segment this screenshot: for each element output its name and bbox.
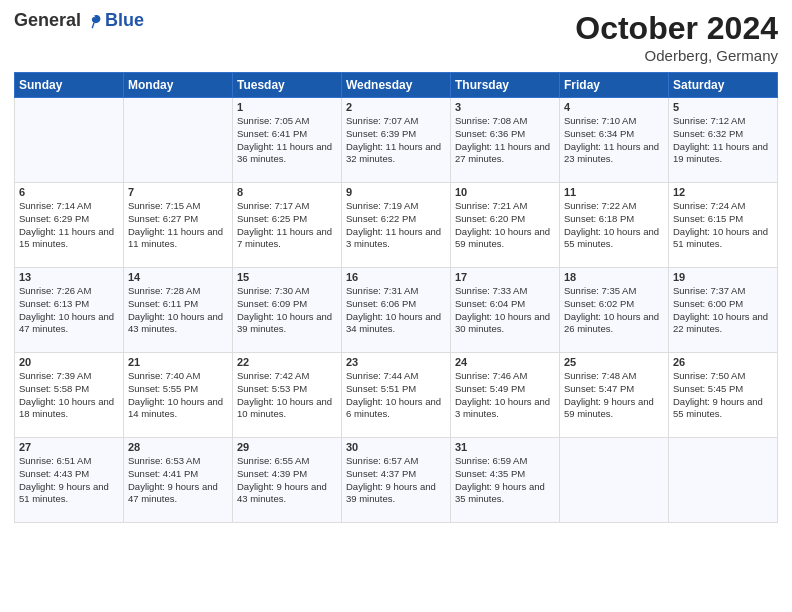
calendar-cell bbox=[124, 98, 233, 183]
day-detail: Sunrise: 7:40 AM Sunset: 5:55 PM Dayligh… bbox=[128, 370, 228, 421]
day-number: 11 bbox=[564, 186, 664, 198]
day-detail: Sunrise: 7:12 AM Sunset: 6:32 PM Dayligh… bbox=[673, 115, 773, 166]
day-detail: Sunrise: 7:31 AM Sunset: 6:06 PM Dayligh… bbox=[346, 285, 446, 336]
day-detail: Sunrise: 7:50 AM Sunset: 5:45 PM Dayligh… bbox=[673, 370, 773, 421]
day-detail: Sunrise: 7:28 AM Sunset: 6:11 PM Dayligh… bbox=[128, 285, 228, 336]
calendar-week-2: 6Sunrise: 7:14 AM Sunset: 6:29 PM Daylig… bbox=[15, 183, 778, 268]
day-detail: Sunrise: 6:59 AM Sunset: 4:35 PM Dayligh… bbox=[455, 455, 555, 506]
calendar-cell: 5Sunrise: 7:12 AM Sunset: 6:32 PM Daylig… bbox=[669, 98, 778, 183]
calendar-week-1: 1Sunrise: 7:05 AM Sunset: 6:41 PM Daylig… bbox=[15, 98, 778, 183]
calendar-cell: 28Sunrise: 6:53 AM Sunset: 4:41 PM Dayli… bbox=[124, 438, 233, 523]
day-detail: Sunrise: 6:57 AM Sunset: 4:37 PM Dayligh… bbox=[346, 455, 446, 506]
col-thursday: Thursday bbox=[451, 73, 560, 98]
day-number: 16 bbox=[346, 271, 446, 283]
day-detail: Sunrise: 7:10 AM Sunset: 6:34 PM Dayligh… bbox=[564, 115, 664, 166]
day-detail: Sunrise: 7:17 AM Sunset: 6:25 PM Dayligh… bbox=[237, 200, 337, 251]
day-detail: Sunrise: 7:07 AM Sunset: 6:39 PM Dayligh… bbox=[346, 115, 446, 166]
calendar-table: Sunday Monday Tuesday Wednesday Thursday… bbox=[14, 72, 778, 523]
day-detail: Sunrise: 6:51 AM Sunset: 4:43 PM Dayligh… bbox=[19, 455, 119, 506]
title-block: October 2024 Oderberg, Germany bbox=[575, 10, 778, 64]
day-number: 9 bbox=[346, 186, 446, 198]
day-detail: Sunrise: 7:39 AM Sunset: 5:58 PM Dayligh… bbox=[19, 370, 119, 421]
calendar-cell: 31Sunrise: 6:59 AM Sunset: 4:35 PM Dayli… bbox=[451, 438, 560, 523]
calendar-week-3: 13Sunrise: 7:26 AM Sunset: 6:13 PM Dayli… bbox=[15, 268, 778, 353]
logo: General Blue bbox=[14, 10, 144, 31]
day-number: 10 bbox=[455, 186, 555, 198]
page-header: General Blue October 2024 Oderberg, Germ… bbox=[14, 10, 778, 64]
day-number: 12 bbox=[673, 186, 773, 198]
day-number: 26 bbox=[673, 356, 773, 368]
day-number: 6 bbox=[19, 186, 119, 198]
calendar-week-4: 20Sunrise: 7:39 AM Sunset: 5:58 PM Dayli… bbox=[15, 353, 778, 438]
calendar-cell: 15Sunrise: 7:30 AM Sunset: 6:09 PM Dayli… bbox=[233, 268, 342, 353]
calendar-cell: 16Sunrise: 7:31 AM Sunset: 6:06 PM Dayli… bbox=[342, 268, 451, 353]
logo-general-text: General bbox=[14, 10, 81, 31]
calendar-cell: 11Sunrise: 7:22 AM Sunset: 6:18 PM Dayli… bbox=[560, 183, 669, 268]
day-number: 17 bbox=[455, 271, 555, 283]
day-number: 4 bbox=[564, 101, 664, 113]
day-number: 29 bbox=[237, 441, 337, 453]
calendar-cell: 7Sunrise: 7:15 AM Sunset: 6:27 PM Daylig… bbox=[124, 183, 233, 268]
day-detail: Sunrise: 7:19 AM Sunset: 6:22 PM Dayligh… bbox=[346, 200, 446, 251]
location-text: Oderberg, Germany bbox=[575, 47, 778, 64]
day-number: 18 bbox=[564, 271, 664, 283]
calendar-cell: 23Sunrise: 7:44 AM Sunset: 5:51 PM Dayli… bbox=[342, 353, 451, 438]
calendar-cell bbox=[560, 438, 669, 523]
day-number: 8 bbox=[237, 186, 337, 198]
calendar-cell: 29Sunrise: 6:55 AM Sunset: 4:39 PM Dayli… bbox=[233, 438, 342, 523]
day-number: 5 bbox=[673, 101, 773, 113]
day-detail: Sunrise: 7:35 AM Sunset: 6:02 PM Dayligh… bbox=[564, 285, 664, 336]
page-container: General Blue October 2024 Oderberg, Germ… bbox=[0, 0, 792, 533]
day-detail: Sunrise: 7:44 AM Sunset: 5:51 PM Dayligh… bbox=[346, 370, 446, 421]
calendar-cell bbox=[669, 438, 778, 523]
logo-bird-icon bbox=[85, 12, 103, 30]
day-number: 27 bbox=[19, 441, 119, 453]
logo-blue-text: Blue bbox=[105, 10, 144, 31]
calendar-cell: 6Sunrise: 7:14 AM Sunset: 6:29 PM Daylig… bbox=[15, 183, 124, 268]
day-detail: Sunrise: 7:24 AM Sunset: 6:15 PM Dayligh… bbox=[673, 200, 773, 251]
calendar-cell: 17Sunrise: 7:33 AM Sunset: 6:04 PM Dayli… bbox=[451, 268, 560, 353]
day-number: 2 bbox=[346, 101, 446, 113]
day-detail: Sunrise: 7:48 AM Sunset: 5:47 PM Dayligh… bbox=[564, 370, 664, 421]
col-sunday: Sunday bbox=[15, 73, 124, 98]
day-detail: Sunrise: 7:46 AM Sunset: 5:49 PM Dayligh… bbox=[455, 370, 555, 421]
day-detail: Sunrise: 7:37 AM Sunset: 6:00 PM Dayligh… bbox=[673, 285, 773, 336]
day-number: 15 bbox=[237, 271, 337, 283]
day-detail: Sunrise: 7:05 AM Sunset: 6:41 PM Dayligh… bbox=[237, 115, 337, 166]
calendar-cell: 18Sunrise: 7:35 AM Sunset: 6:02 PM Dayli… bbox=[560, 268, 669, 353]
month-title: October 2024 bbox=[575, 10, 778, 47]
calendar-cell: 27Sunrise: 6:51 AM Sunset: 4:43 PM Dayli… bbox=[15, 438, 124, 523]
day-number: 1 bbox=[237, 101, 337, 113]
calendar-cell bbox=[15, 98, 124, 183]
col-saturday: Saturday bbox=[669, 73, 778, 98]
day-number: 7 bbox=[128, 186, 228, 198]
day-number: 14 bbox=[128, 271, 228, 283]
calendar-cell: 14Sunrise: 7:28 AM Sunset: 6:11 PM Dayli… bbox=[124, 268, 233, 353]
day-detail: Sunrise: 6:55 AM Sunset: 4:39 PM Dayligh… bbox=[237, 455, 337, 506]
calendar-cell: 2Sunrise: 7:07 AM Sunset: 6:39 PM Daylig… bbox=[342, 98, 451, 183]
calendar-cell: 21Sunrise: 7:40 AM Sunset: 5:55 PM Dayli… bbox=[124, 353, 233, 438]
day-number: 25 bbox=[564, 356, 664, 368]
calendar-cell: 3Sunrise: 7:08 AM Sunset: 6:36 PM Daylig… bbox=[451, 98, 560, 183]
day-detail: Sunrise: 7:14 AM Sunset: 6:29 PM Dayligh… bbox=[19, 200, 119, 251]
col-wednesday: Wednesday bbox=[342, 73, 451, 98]
day-number: 20 bbox=[19, 356, 119, 368]
calendar-cell: 4Sunrise: 7:10 AM Sunset: 6:34 PM Daylig… bbox=[560, 98, 669, 183]
day-number: 19 bbox=[673, 271, 773, 283]
col-monday: Monday bbox=[124, 73, 233, 98]
day-detail: Sunrise: 7:42 AM Sunset: 5:53 PM Dayligh… bbox=[237, 370, 337, 421]
calendar-cell: 19Sunrise: 7:37 AM Sunset: 6:00 PM Dayli… bbox=[669, 268, 778, 353]
calendar-header-row: Sunday Monday Tuesday Wednesday Thursday… bbox=[15, 73, 778, 98]
day-number: 13 bbox=[19, 271, 119, 283]
calendar-cell: 12Sunrise: 7:24 AM Sunset: 6:15 PM Dayli… bbox=[669, 183, 778, 268]
calendar-cell: 8Sunrise: 7:17 AM Sunset: 6:25 PM Daylig… bbox=[233, 183, 342, 268]
calendar-cell: 26Sunrise: 7:50 AM Sunset: 5:45 PM Dayli… bbox=[669, 353, 778, 438]
calendar-week-5: 27Sunrise: 6:51 AM Sunset: 4:43 PM Dayli… bbox=[15, 438, 778, 523]
day-detail: Sunrise: 7:08 AM Sunset: 6:36 PM Dayligh… bbox=[455, 115, 555, 166]
day-number: 30 bbox=[346, 441, 446, 453]
calendar-cell: 20Sunrise: 7:39 AM Sunset: 5:58 PM Dayli… bbox=[15, 353, 124, 438]
day-detail: Sunrise: 7:15 AM Sunset: 6:27 PM Dayligh… bbox=[128, 200, 228, 251]
calendar-cell: 13Sunrise: 7:26 AM Sunset: 6:13 PM Dayli… bbox=[15, 268, 124, 353]
day-number: 23 bbox=[346, 356, 446, 368]
calendar-cell: 9Sunrise: 7:19 AM Sunset: 6:22 PM Daylig… bbox=[342, 183, 451, 268]
